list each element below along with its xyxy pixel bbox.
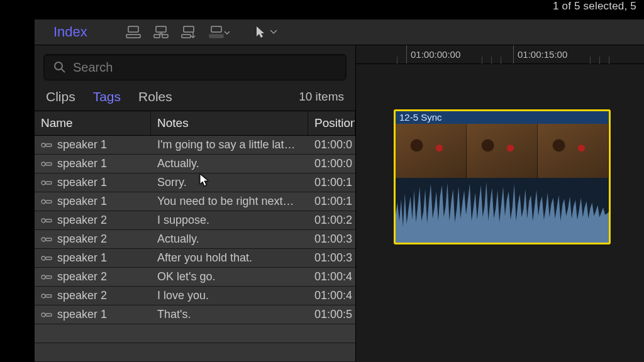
svg-point-29 [42,313,45,317]
svg-point-19 [42,219,45,222]
svg-rect-28 [46,295,52,297]
row-name: speaker 1 [57,138,107,151]
connect-tool-icon[interactable] [125,25,142,39]
tab-roles[interactable]: Roles [138,89,172,104]
index-panel: Clips Tags Roles 10 items Name Notes Pos… [35,45,355,362]
table-row[interactable]: speaker 1 That's. 01:00:5 [35,305,355,324]
marker-icon [41,141,52,149]
index-tabs: Clips Tags Roles 10 items [35,89,355,111]
row-position: 01:00:5 [314,308,352,321]
search-icon [53,60,67,74]
svg-rect-2 [156,26,166,32]
svg-point-25 [42,275,45,279]
item-count: 10 items [299,90,344,104]
search-input[interactable] [73,60,337,75]
marker-icon [41,198,52,206]
svg-rect-26 [46,276,52,278]
svg-rect-5 [184,26,194,32]
row-notes: Actually. [157,233,199,246]
tab-clips[interactable]: Clips [46,89,75,104]
row-name: speaker 1 [57,176,107,189]
select-tool[interactable] [255,25,277,39]
append-tool-icon[interactable] [180,25,197,39]
timeline[interactable]: 01:00:00:00 01:00:15:00 12-5 Sync [355,45,644,362]
svg-point-21 [42,238,45,241]
svg-rect-22 [46,238,52,241]
table-row[interactable] [35,324,355,343]
table-row[interactable]: speaker 2 I suppose. 01:00:2 [35,211,355,230]
table-row[interactable]: speaker 1 You need to be right next… 01:… [35,192,355,211]
marker-icon [41,273,52,281]
row-position: 01:00:0 [314,157,352,170]
marker-icon [41,179,52,187]
insert-tool-icon[interactable] [153,25,169,39]
svg-rect-24 [46,257,52,260]
marker-icon [41,217,52,224]
row-name: speaker 1 [57,195,107,208]
clip-waveform [396,178,609,243]
ruler-tick: 01:00:15:00 [513,45,567,63]
row-name: speaker 2 [57,289,107,302]
row-notes: I love you. [157,289,209,302]
row-position: 01:00:2 [314,214,352,227]
timeline-ruler[interactable]: 01:00:00:00 01:00:15:00 [356,45,644,64]
status-bar: 1 of 5 selected, 5 [0,0,644,14]
tab-tags[interactable]: Tags [93,89,121,104]
row-position: 01:00:3 [314,233,352,246]
col-header-name[interactable]: Name [35,111,151,135]
svg-rect-0 [128,26,138,32]
svg-point-27 [42,294,45,298]
marker-icon [41,311,52,319]
row-notes: After you hold that. [157,251,252,265]
row-name: speaker 2 [57,214,107,227]
overwrite-tool-icon[interactable] [208,25,230,39]
svg-point-11 [42,143,45,147]
timeline-clip[interactable]: 12-5 Sync [394,109,611,244]
row-position: 01:00:4 [314,289,352,302]
svg-rect-16 [46,182,52,184]
svg-rect-4 [162,35,168,38]
col-header-position[interactable]: Position [308,111,355,135]
row-notes: I'm going to say a little lat… [157,138,296,151]
row-name: speaker 2 [57,270,107,283]
svg-point-23 [42,256,45,260]
toolbar: Index [35,19,644,45]
marker-icon [41,160,52,168]
row-name: speaker 1 [57,308,107,321]
table-row[interactable]: speaker 1 After you hold that. 01:00:3 [35,249,355,268]
svg-point-13 [42,162,45,166]
table-row[interactable]: speaker 2 Actually. 01:00:3 [35,230,355,249]
row-notes: That's. [157,308,191,321]
row-notes: Actually. [157,157,199,170]
table-row[interactable]: speaker 2 OK let's go. 01:00:4 [35,268,355,287]
svg-rect-30 [46,314,52,316]
toolbar-tool-group [125,25,230,39]
svg-rect-12 [46,144,52,146]
row-name: speaker 2 [57,233,107,246]
row-notes: I suppose. [157,214,209,227]
selection-status: 1 of 5 selected, 5 [553,0,636,12]
col-header-notes[interactable]: Notes [151,111,308,135]
svg-point-15 [42,181,45,185]
table-row[interactable] [35,343,355,362]
row-notes: OK let's go. [157,270,215,283]
table-row[interactable]: speaker 2 I love you. 01:00:4 [35,287,355,305]
svg-rect-6 [182,35,191,38]
table-row[interactable]: speaker 1 I'm going to say a little lat…… [35,136,355,155]
svg-rect-3 [154,35,160,38]
ruler-tick: 01:00:00:00 [406,45,460,63]
table-row[interactable]: speaker 1 Sorry. 01:00:1 [35,173,355,192]
svg-line-10 [62,69,65,72]
table-row[interactable]: speaker 1 Actually. 01:00:0 [35,155,355,173]
svg-rect-14 [46,163,52,165]
chevron-down-icon [270,30,277,35]
row-position: 01:00:1 [314,195,352,208]
svg-rect-7 [211,26,221,32]
index-button[interactable]: Index [41,21,100,43]
svg-point-17 [42,200,45,204]
marker-icon [41,236,52,243]
search-box[interactable] [43,54,347,80]
svg-rect-20 [46,219,52,222]
svg-point-9 [55,62,62,70]
table-header: Name Notes Position [35,111,355,136]
